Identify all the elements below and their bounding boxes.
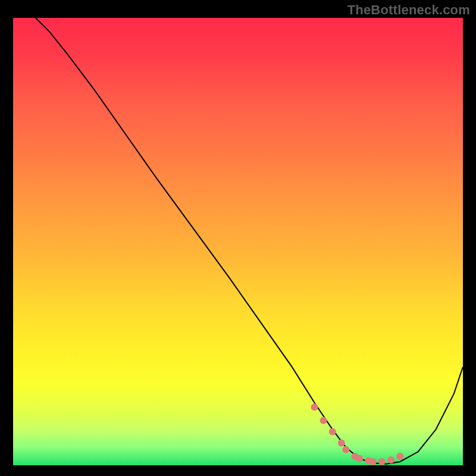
- valley-marker: [378, 458, 386, 465]
- chart-svg: [13, 18, 463, 465]
- valley-marker: [329, 428, 336, 436]
- valley-marker: [396, 453, 403, 460]
- bottleneck-curve-path: [36, 18, 463, 464]
- watermark-text: TheBottleneck.com: [347, 2, 470, 18]
- plot-area: [13, 18, 463, 465]
- valley-marker: [387, 456, 394, 464]
- valley-marker: [320, 417, 327, 424]
- chart-frame: TheBottleneck.com: [0, 0, 476, 476]
- valley-marker: [311, 403, 318, 411]
- valley-marker: [369, 458, 377, 465]
- valley-marker: [356, 455, 363, 462]
- valley-markers-group: [311, 403, 404, 465]
- valley-marker: [338, 439, 345, 446]
- valley-marker: [342, 446, 349, 453]
